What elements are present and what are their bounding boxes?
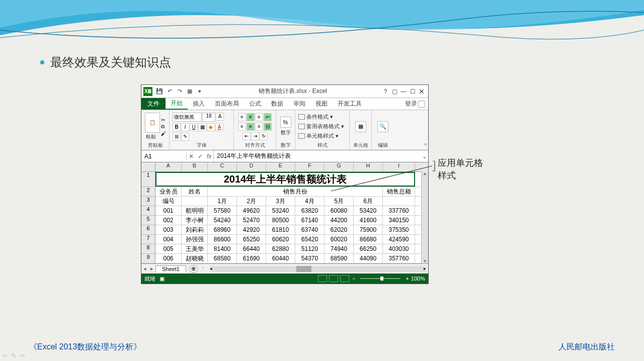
tab-formulas[interactable]: 公式: [244, 98, 266, 110]
row-header[interactable]: 6: [141, 225, 155, 235]
cell[interactable]: 60440: [266, 254, 295, 263]
formula-input[interactable]: 2014年上半年销售额统计表: [214, 152, 421, 160]
bold-button[interactable]: B: [173, 123, 181, 131]
paste-button[interactable]: 📋: [145, 113, 160, 133]
sheet-nav-prev-icon[interactable]: ◂: [141, 265, 148, 272]
col-header[interactable]: C: [208, 162, 237, 171]
page-layout-view-button[interactable]: [329, 275, 338, 282]
decrease-indent-icon[interactable]: ⇤: [243, 132, 251, 140]
font-name-input[interactable]: 微软雅黑: [173, 113, 202, 122]
row-header[interactable]: 1: [141, 172, 155, 187]
zoom-slider[interactable]: [360, 278, 400, 279]
cell[interactable]: 3月: [266, 197, 295, 206]
grow-font-icon[interactable]: A: [216, 113, 224, 121]
format-painter-icon[interactable]: 🖌: [161, 131, 166, 136]
zoom-out-button[interactable]: −: [352, 276, 355, 282]
cell[interactable]: 75900: [354, 225, 383, 234]
cell[interactable]: 54240: [208, 216, 237, 225]
cell[interactable]: 68590: [325, 254, 354, 263]
cell[interactable]: 42920: [237, 225, 266, 234]
cell[interactable]: 63820: [295, 206, 325, 215]
cell[interactable]: 41600: [354, 216, 383, 225]
conditional-formatting-button[interactable]: 条件格式 ▾: [298, 113, 333, 121]
align-middle-icon[interactable]: ≡: [247, 113, 255, 121]
qat-customize-icon[interactable]: ▾: [195, 88, 205, 95]
cell[interactable]: 424590: [383, 235, 415, 244]
minimize-button[interactable]: —: [399, 88, 408, 95]
login-link[interactable]: 登录: [405, 100, 428, 108]
cell[interactable]: 375350: [383, 225, 415, 234]
tab-insert[interactable]: 插入: [188, 98, 210, 110]
cell[interactable]: 6月: [354, 197, 383, 206]
tab-review[interactable]: 审阅: [288, 98, 310, 110]
cell[interactable]: 49620: [237, 206, 266, 215]
nav-pen-icon[interactable]: ✎: [11, 352, 16, 359]
fill-color-button[interactable]: ◆: [207, 123, 215, 131]
sheet-tab[interactable]: Sheet1: [155, 265, 186, 272]
cell[interactable]: 62020: [325, 225, 354, 234]
horizontal-scrollbar[interactable]: ◂▸: [210, 266, 426, 272]
cell[interactable]: 66440: [237, 244, 266, 253]
zoom-level[interactable]: 100%: [411, 276, 425, 282]
cell[interactable]: 340150: [383, 216, 415, 225]
tab-developer[interactable]: 开发工具: [333, 98, 367, 110]
cell[interactable]: 王美华: [182, 244, 208, 253]
tab-home[interactable]: 开始: [166, 98, 188, 110]
increase-indent-icon[interactable]: ⇥: [251, 132, 259, 140]
editing-button[interactable]: 🔍: [377, 121, 388, 132]
normal-view-button[interactable]: [318, 275, 327, 282]
fx-icon[interactable]: fx: [207, 153, 211, 160]
macro-record-icon[interactable]: ▣: [159, 276, 165, 282]
cell[interactable]: 337760: [383, 206, 415, 215]
align-top-icon[interactable]: ≡: [238, 113, 246, 121]
row-header[interactable]: 3: [141, 197, 155, 206]
cell-styles-button[interactable]: 单元格样式 ▾: [298, 132, 339, 140]
cell[interactable]: 52470: [237, 216, 266, 225]
italic-button[interactable]: I: [181, 123, 189, 131]
underline-button[interactable]: U: [190, 123, 198, 131]
qat-save-icon[interactable]: 💾: [154, 88, 165, 95]
sheet-nav-next-icon[interactable]: ▸: [148, 265, 155, 272]
vertical-scrollbar[interactable]: [421, 171, 428, 263]
font-size-input[interactable]: 18: [202, 113, 215, 122]
cells-button[interactable]: ▦: [355, 121, 366, 132]
qat-redo-icon[interactable]: ↷: [175, 88, 185, 95]
cell[interactable]: 李小树: [182, 216, 208, 225]
cell[interactable]: 004: [155, 235, 182, 244]
cell[interactable]: 姓名: [182, 187, 208, 196]
cell[interactable]: 2月: [237, 197, 266, 206]
cell[interactable]: 81400: [208, 244, 237, 253]
cell[interactable]: 61810: [266, 225, 295, 234]
tab-split-icon[interactable]: ⋮: [198, 265, 208, 272]
cell[interactable]: 销售总额: [383, 187, 415, 196]
qat-more-icon[interactable]: ▦: [185, 88, 195, 95]
add-sheet-button[interactable]: ⊕: [189, 265, 198, 273]
cell[interactable]: 业务员: [155, 187, 182, 196]
cell[interactable]: 006: [155, 254, 182, 263]
cell[interactable]: 003: [155, 225, 182, 234]
align-right-icon[interactable]: ≡: [255, 123, 263, 131]
help-icon[interactable]: ?: [381, 88, 390, 95]
phonetic-button[interactable]: ✎: [181, 133, 189, 141]
cell[interactable]: 刘莉莉: [182, 225, 208, 234]
cell[interactable]: 403030: [383, 244, 415, 253]
cell[interactable]: 51120: [295, 244, 325, 253]
name-box[interactable]: A1: [141, 153, 187, 160]
merge-center-icon[interactable]: ⊟: [264, 123, 272, 131]
close-button[interactable]: ✕: [417, 87, 426, 96]
cell[interactable]: 66250: [354, 244, 383, 253]
tab-data[interactable]: 数据: [266, 98, 288, 110]
cell[interactable]: 4月: [295, 197, 325, 206]
cell[interactable]: 61690: [237, 254, 266, 263]
cell[interactable]: 002: [155, 216, 182, 225]
cell[interactable]: 65420: [295, 235, 325, 244]
cell[interactable]: 5月: [325, 197, 354, 206]
format-as-table-button[interactable]: 套用表格格式 ▾: [298, 123, 344, 130]
cell[interactable]: 357760: [383, 254, 415, 263]
ribbon-display-icon[interactable]: ▢: [390, 88, 399, 95]
col-header[interactable]: E: [266, 162, 295, 171]
cell[interactable]: [383, 197, 415, 206]
page-break-view-button[interactable]: [340, 275, 349, 282]
expand-formula-bar-icon[interactable]: ⌄: [421, 153, 428, 160]
nav-forward-icon[interactable]: ⇨: [20, 352, 25, 359]
